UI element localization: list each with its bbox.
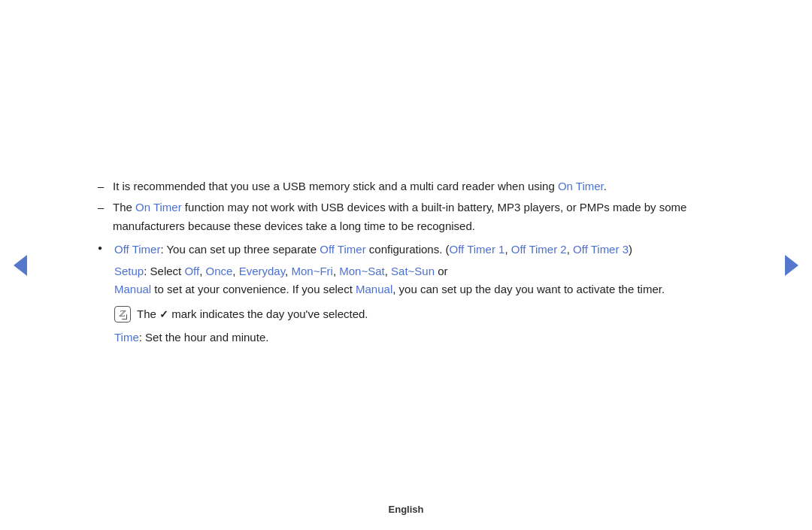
opt-mon-fri: Mon~Fri: [291, 265, 332, 277]
dash-item-2-text: function may not work with USB devices w…: [113, 201, 686, 232]
page-container: It is recommended that you use a USB mem…: [0, 0, 812, 530]
next-page-arrow[interactable]: [785, 255, 798, 276]
off-timer-content: Off Timer: You can set up three separate…: [114, 241, 714, 347]
off-timer-comma1: ,: [504, 243, 511, 256]
time-text: : Set the hour and minute.: [139, 331, 269, 344]
note-text: The ✓ mark indicates the day you've sele…: [137, 305, 368, 324]
setup-line: Setup: Select Off, Once, Everyday, Mon~F…: [114, 262, 714, 300]
setup-text3: to set at your convenience. If you selec…: [151, 283, 356, 295]
note-symbol: ℤ: [119, 307, 125, 320]
off-timer-comma2: ,: [567, 243, 573, 256]
setup-text1: : Select: [144, 265, 184, 277]
setup-label: Setup: [114, 265, 144, 277]
opt-once: Once: [205, 265, 232, 277]
note-icon: ℤ: [114, 306, 131, 323]
on-timer-link-2: On Timer: [135, 201, 182, 214]
time-label: Time: [114, 331, 139, 344]
dash-item-1-text: It is recommended that you use a USB mem…: [113, 180, 558, 192]
off-timer-section: Off Timer: You can set up three separate…: [98, 241, 714, 347]
time-line: Time: Set the hour and minute.: [114, 329, 714, 347]
setup-text4: , you can set up the day you want to act…: [392, 283, 665, 295]
opt-off: Off: [184, 265, 199, 277]
off-timer-label: Off Timer: [114, 243, 160, 256]
setup-text2: or: [435, 265, 448, 277]
off-timer-close: ): [629, 243, 632, 256]
prev-page-arrow[interactable]: [14, 255, 27, 276]
list-item: It is recommended that you use a USB mem…: [98, 177, 714, 196]
off-timer-3-link: Off Timer 3: [573, 243, 629, 256]
on-timer-link-1: On Timer: [558, 180, 604, 192]
off-timer-text1: : You can set up three separate: [160, 243, 320, 256]
off-timer-text-mid: configurations. (: [366, 243, 450, 256]
off-timer-2-link: Off Timer 2: [511, 243, 567, 256]
list-item: The On Timer function may not work with …: [98, 198, 714, 236]
opt-everyday: Everyday: [239, 265, 285, 277]
checkmark-symbol: ✓: [159, 308, 168, 320]
dash-item-2-the: The: [113, 201, 135, 214]
content-area: It is recommended that you use a USB mem…: [98, 155, 714, 376]
off-timer-1-link: Off Timer 1: [450, 243, 505, 256]
dash-list: It is recommended that you use a USB mem…: [98, 177, 714, 236]
footer-language: English: [389, 504, 424, 515]
opt-mon-sat: Mon~Sat: [339, 265, 384, 277]
sep4: ,: [333, 265, 339, 277]
sep2: ,: [232, 265, 238, 277]
dash-item-1-end: .: [604, 180, 607, 192]
off-timer-link-mid: Off Timer: [320, 243, 365, 256]
manual-link-2: Manual: [356, 283, 392, 295]
manual-link-1: Manual: [114, 283, 151, 295]
opt-sat-sun: Sat~Sun: [391, 265, 435, 277]
sep5: ,: [385, 265, 391, 277]
note-box: ℤ The ✓ mark indicates the day you've se…: [114, 305, 714, 324]
